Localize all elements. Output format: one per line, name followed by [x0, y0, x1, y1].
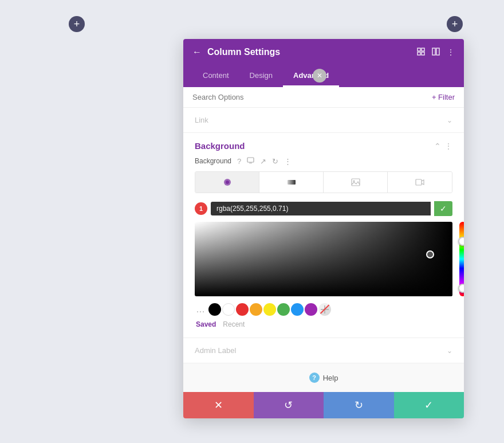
swatch-custom[interactable]: [318, 303, 331, 316]
help-icon: ?: [309, 373, 320, 383]
svg-rect-3: [422, 52, 424, 55]
svg-rect-10: [288, 180, 296, 185]
search-bar: + Filter: [183, 87, 464, 108]
picker-wrapper: [195, 222, 452, 296]
background-more-icon[interactable]: ⋮: [444, 142, 452, 151]
background-type-tabs: [195, 171, 452, 193]
hue-slider-track: [459, 222, 464, 296]
bg-tab-color[interactable]: [195, 172, 259, 193]
swatch-white[interactable]: [222, 303, 235, 316]
more-swatches-icon[interactable]: …: [196, 304, 205, 315]
svg-rect-13: [416, 179, 422, 185]
color-value-input[interactable]: [211, 202, 431, 215]
swatch-yellow[interactable]: [263, 303, 276, 316]
bg-tab-image[interactable]: [324, 172, 388, 193]
svg-point-9: [226, 181, 229, 184]
link-section: Link ⌄: [183, 108, 464, 133]
color-input-row: 1 ✓: [195, 201, 452, 216]
help-label[interactable]: Help: [323, 374, 338, 382]
swatch-tab-saved[interactable]: Saved: [196, 320, 216, 328]
redo-button[interactable]: ↻: [324, 392, 394, 418]
back-icon[interactable]: ←: [192, 47, 202, 57]
column-settings-panel: ← Column Settings ⋮ Content: [183, 39, 464, 418]
swatch-tab-recent[interactable]: Recent: [223, 320, 245, 328]
save-button[interactable]: ✓: [394, 392, 464, 418]
panel-footer: ✕ ↺ ↻ ✓: [183, 392, 464, 418]
color-picker-area: 1 ✓: [195, 201, 452, 296]
swatch-tabs: Saved Recent: [195, 320, 452, 328]
header-left: ← Column Settings: [192, 47, 280, 57]
tab-design[interactable]: Design: [239, 65, 283, 87]
cancel-icon: ✕: [214, 399, 223, 411]
search-input[interactable]: [192, 93, 432, 101]
admin-label-title: Admin Label: [195, 346, 236, 355]
svg-rect-5: [436, 48, 439, 55]
bg-undo-icon[interactable]: ↻: [272, 157, 278, 166]
add-right-button[interactable]: +: [447, 16, 463, 32]
bg-tab-gradient[interactable]: [259, 172, 324, 193]
panel-close-button[interactable]: ✕: [313, 69, 326, 83]
admin-label-header[interactable]: Admin Label ⌄: [183, 338, 464, 363]
bg-options-icon[interactable]: ⋮: [284, 157, 292, 166]
panel-title: Column Settings: [207, 47, 280, 57]
undo-button[interactable]: ↺: [254, 392, 324, 418]
tab-content[interactable]: Content: [192, 65, 239, 87]
svg-point-12: [353, 181, 355, 182]
color-handle[interactable]: [426, 250, 434, 258]
fullscreen-icon[interactable]: [417, 48, 425, 57]
link-section-title: Link: [195, 116, 208, 124]
svg-rect-0: [418, 48, 420, 51]
swatch-orange[interactable]: [250, 303, 262, 316]
plus-icon: +: [452, 18, 458, 30]
color-badge: 1: [195, 202, 207, 215]
background-section: Background ⌃ ⋮ Background ? ↗ ↻ ⋮: [183, 133, 464, 338]
swatch-purple[interactable]: [305, 303, 317, 316]
hue-slider[interactable]: [457, 222, 464, 296]
svg-rect-2: [418, 52, 420, 55]
swatch-green[interactable]: [277, 303, 290, 316]
link-chevron-icon: ⌄: [447, 116, 452, 124]
background-section-header: Background ⌃ ⋮: [195, 133, 452, 156]
gradient-overlay: [195, 222, 452, 296]
header-right: ⋮: [417, 48, 455, 57]
color-confirm-button[interactable]: ✓: [434, 201, 452, 216]
help-area: ? Help: [183, 363, 464, 392]
plus-icon: +: [74, 18, 80, 30]
background-sub-label: Background: [195, 157, 231, 165]
bg-arrow-icon[interactable]: ↗: [260, 157, 266, 166]
bg-tab-video[interactable]: [388, 172, 452, 193]
bg-help-icon[interactable]: ?: [237, 157, 241, 166]
svg-rect-7: [249, 163, 252, 163]
svg-rect-1: [422, 48, 424, 51]
background-section-controls: ⌃ ⋮: [434, 142, 452, 151]
svg-rect-4: [432, 48, 435, 55]
swatch-black[interactable]: [208, 303, 221, 316]
hue-thumb-top: [458, 237, 464, 246]
save-icon: ✓: [424, 399, 433, 411]
admin-label-chevron-icon: ⌄: [447, 347, 452, 355]
panel-content: Link ⌄ Background ⌃ ⋮ Background ?: [183, 108, 464, 392]
tab-advanced[interactable]: Advanced: [283, 65, 339, 87]
bg-device-icon[interactable]: [247, 156, 254, 166]
filter-label: + Filter: [432, 93, 455, 101]
add-left-button[interactable]: +: [69, 16, 85, 32]
cancel-button[interactable]: ✕: [183, 392, 254, 418]
background-section-title: Background: [195, 141, 245, 151]
columns-icon[interactable]: [432, 48, 440, 57]
hue-thumb-bottom: [458, 284, 464, 293]
background-sub-controls: Background ? ↗ ↻ ⋮: [195, 156, 452, 166]
panel-header: ← Column Settings ⋮: [183, 39, 464, 65]
link-section-header[interactable]: Link ⌄: [183, 108, 464, 132]
admin-label-section: Admin Label ⌄: [183, 338, 464, 363]
gradient-canvas[interactable]: [195, 222, 452, 296]
color-swatches-row: …: [195, 303, 452, 316]
swatch-red[interactable]: [236, 303, 249, 316]
swatch-blue[interactable]: [291, 303, 304, 316]
background-collapse-icon[interactable]: ⌃: [434, 142, 441, 151]
redo-icon: ↻: [355, 399, 363, 411]
svg-rect-6: [247, 158, 254, 162]
filter-button[interactable]: + Filter: [432, 93, 455, 101]
undo-icon: ↺: [284, 399, 293, 411]
more-options-icon[interactable]: ⋮: [447, 48, 455, 57]
